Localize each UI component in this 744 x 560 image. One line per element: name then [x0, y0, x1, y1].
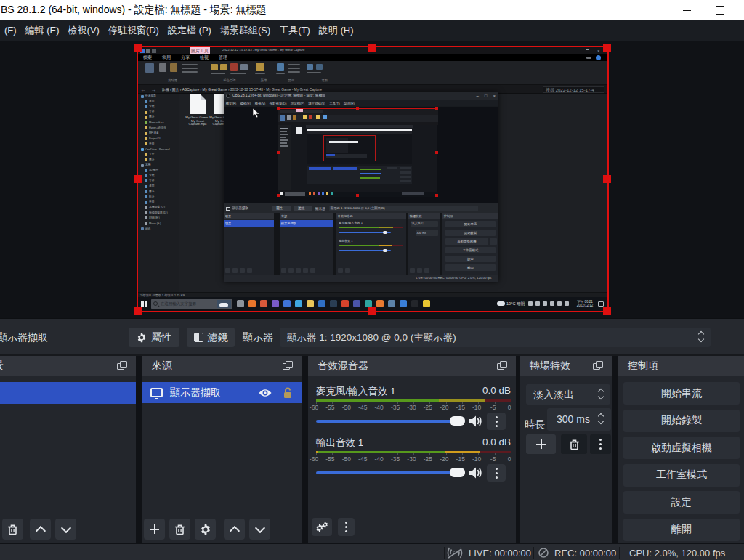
select-none-icon[interactable]: [316, 64, 323, 70]
channel-options-button[interactable]: [487, 413, 506, 430]
taskbar-app-icon[interactable]: [388, 300, 395, 307]
explorer-nav-item[interactable]: 下載: [138, 173, 179, 178]
taskbar-app-icon[interactable]: [411, 300, 418, 307]
scene-item-selected[interactable]: [0, 382, 136, 404]
transition-options-button[interactable]: [590, 434, 611, 454]
menu-item[interactable]: 檔案(F): [224, 101, 238, 105]
explorer-breadcrumb[interactable]: 本機 › 圖片 › ASCapture › My Great Game › 20…: [162, 86, 383, 92]
menu-item[interactable]: 編輯 (E): [21, 20, 64, 41]
explorer-nav-item[interactable]: 圖片: [138, 115, 179, 120]
close-icon[interactable]: ×: [493, 94, 496, 97]
max-icon[interactable]: □: [485, 94, 488, 97]
volume-slider[interactable]: [316, 420, 461, 423]
copy-path-icon[interactable]: [182, 68, 198, 69]
taskbar-app-icon[interactable]: [341, 300, 349, 307]
explorer-nav-item[interactable]: 文件: [138, 110, 179, 115]
filters-button[interactable]: 濾鏡: [294, 206, 312, 211]
taskbar-clock[interactable]: 下午 06:21 2022/12/12: [577, 300, 594, 308]
explorer-nav-item[interactable]: 圖片: [138, 158, 179, 163]
menu-item[interactable]: 工具(T): [327, 101, 341, 105]
invert-selection-icon[interactable]: [307, 72, 321, 73]
eye-icon[interactable]: [258, 389, 272, 397]
control-button[interactable]: 離開: [445, 264, 496, 271]
menu-item[interactable]: 說明(H): [341, 101, 356, 105]
menu-item[interactable]: (F): [0, 20, 21, 41]
virtualcam-settings-button[interactable]: [490, 238, 497, 245]
taskbar-app-icon[interactable]: [248, 300, 256, 307]
open-icon[interactable]: [288, 64, 300, 65]
remove-transition-button[interactable]: [561, 434, 587, 454]
explorer-nav-item[interactable]: Hyper+MODS: [138, 126, 179, 131]
copy-to-icon[interactable]: [220, 64, 227, 70]
history-icon[interactable]: [288, 71, 300, 73]
properties-icon[interactable]: [277, 63, 284, 71]
explorer-search-box[interactable]: 搜尋 2022-12-12 15-17-4: [543, 86, 604, 93]
menu-item[interactable]: 編輯(E): [238, 101, 253, 105]
menu-item[interactable]: 工具(T): [275, 20, 315, 41]
popout-icon[interactable]: [283, 361, 293, 370]
menu-item[interactable]: 設定檔 (P): [163, 20, 216, 41]
control-button[interactable]: 開始錄製: [445, 230, 496, 236]
explorer-nav-item[interactable]: 文件: [138, 179, 179, 184]
control-button[interactable]: 開始錄製: [623, 410, 740, 432]
explorer-nav-item[interactable]: 3D 物件: [138, 168, 179, 173]
duration-spinbox[interactable]: 300 ms: [547, 408, 611, 431]
explorer-nav-item[interactable]: 桌面: [138, 184, 179, 189]
resize-handle-bottom[interactable]: [368, 307, 376, 315]
resize-handle-topleft[interactable]: [134, 44, 142, 52]
explorer-maximize[interactable]: [586, 49, 589, 52]
source-item-selected[interactable]: 顯示器擷取: [142, 382, 302, 403]
add-transition-button[interactable]: [526, 434, 556, 454]
menu-item[interactable]: 停駐視窗(D): [104, 20, 163, 41]
ribbon-tab[interactable]: 管理: [214, 54, 232, 61]
resize-handle-left[interactable]: [134, 175, 142, 183]
select-all-icon[interactable]: [307, 64, 313, 70]
explorer-close[interactable]: ×: [597, 49, 601, 52]
explorer-nav-item[interactable]: Mirror (F:): [138, 221, 179, 226]
help-icon[interactable]: [596, 55, 601, 60]
delete-icon[interactable]: [230, 63, 238, 71]
volume-slider[interactable]: [316, 471, 461, 474]
scenes-list[interactable]: [0, 376, 136, 543]
popout-icon[interactable]: [593, 361, 603, 370]
display-select[interactable]: 顯示器 1: 1920x1080 @ 0,0 (主顯示器): [280, 328, 711, 347]
menu-item[interactable]: 停駐視窗(D): [267, 101, 288, 105]
ribbon-tab[interactable]: 檔案: [138, 54, 157, 61]
control-button[interactable]: 設定: [445, 256, 496, 262]
taskbar-weather[interactable]: 19°C 晴朗: [497, 300, 530, 307]
notification-icon[interactable]: [598, 301, 604, 307]
display-capture-preview[interactable]: 圖片工具 2022-12-12 15-17-43 - My Great Game…: [138, 47, 607, 311]
popout-icon[interactable]: [117, 361, 127, 370]
filters-button[interactable]: 濾鏡: [187, 328, 235, 347]
remove-source-button[interactable]: [169, 519, 190, 540]
paste-icon[interactable]: [170, 63, 177, 72]
explorer-nav-item[interactable]: 網路: [138, 226, 179, 231]
ribbon-tab[interactable]: 檢視: [195, 54, 214, 61]
add-source-button[interactable]: [144, 519, 165, 540]
spinbox-arrows-icon[interactable]: [597, 413, 606, 426]
resize-handle-top[interactable]: [368, 44, 376, 52]
control-button[interactable]: 設定: [623, 491, 740, 514]
resize-handle-bottomleft[interactable]: [134, 307, 142, 315]
taskbar-search[interactable]: 在這裡輸入文字搜尋: [151, 299, 232, 309]
taskbar-app-icon[interactable]: [400, 300, 407, 307]
preview-area[interactable]: 圖片工具 2022-12-12 15-17-43 - My Great Game…: [0, 41, 744, 318]
explorer-nav-item[interactable]: ProjectTU: [138, 136, 179, 141]
new-folder-icon[interactable]: [256, 63, 264, 71]
volume-slider-handle[interactable]: [450, 468, 465, 477]
picture-tools-tab[interactable]: 圖片工具: [190, 47, 210, 54]
control-button[interactable]: 開始串流: [623, 382, 740, 405]
properties-button[interactable]: 屬性: [272, 206, 291, 211]
explorer-nav-item[interactable]: 快速存取: [138, 94, 179, 99]
control-button[interactable]: 開始串流: [445, 221, 496, 227]
speaker-icon[interactable]: [469, 466, 483, 479]
popout-icon[interactable]: [497, 361, 507, 370]
explorer-nav-item[interactable]: 本機磁碟 (C:): [138, 205, 179, 210]
scene-down-button[interactable]: [55, 519, 76, 540]
speaker-icon[interactable]: [469, 415, 483, 428]
taskbar-app-icon[interactable]: [423, 300, 430, 307]
menu-item[interactable]: 說明 (H): [315, 20, 358, 41]
explorer-nav-item[interactable]: 音樂: [138, 200, 179, 205]
menu-item[interactable]: 檢視(V): [253, 101, 267, 105]
rename-icon[interactable]: [240, 64, 248, 70]
